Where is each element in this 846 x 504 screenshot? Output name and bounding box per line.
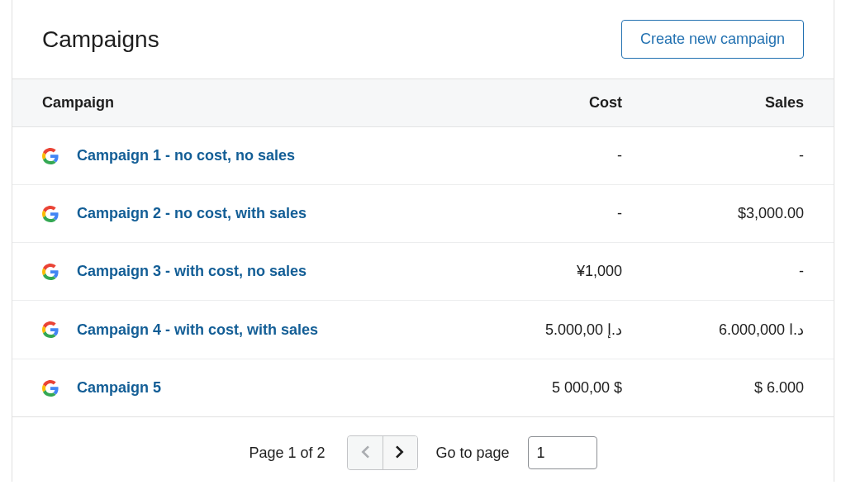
table-row: Campaign 55 000,00 $$ 6.000: [12, 359, 834, 417]
column-header-campaign: Campaign: [42, 94, 440, 112]
campaigns-panel: Campaigns Create new campaign Campaign C…: [12, 0, 834, 482]
campaign-cell: Campaign 5: [42, 379, 440, 397]
google-icon: [42, 148, 59, 164]
sales-cell: -: [622, 147, 804, 164]
sales-cell: -: [622, 263, 804, 280]
cost-cell: -: [440, 205, 622, 222]
cost-cell: 5 000,00 $: [440, 379, 622, 397]
campaign-cell: Campaign 1 - no cost, no sales: [42, 147, 440, 164]
panel-header: Campaigns Create new campaign: [12, 0, 834, 78]
chevron-left-icon: [360, 445, 370, 461]
cost-cell: 5.000,00 د.إ: [440, 321, 622, 339]
next-page-button[interactable]: [383, 436, 417, 469]
create-campaign-button[interactable]: Create new campaign: [621, 20, 804, 59]
sales-cell: 6.000,000 د.ا: [622, 321, 804, 339]
goto-page-label: Go to page: [436, 445, 510, 462]
campaign-cell: Campaign 4 - with cost, with sales: [42, 321, 440, 339]
page-title: Campaigns: [42, 26, 159, 53]
campaign-link[interactable]: Campaign 2 - no cost, with sales: [77, 205, 307, 222]
chevron-right-icon: [395, 445, 405, 461]
column-header-cost: Cost: [440, 94, 622, 112]
google-icon: [42, 380, 59, 397]
goto-page-input[interactable]: [528, 436, 597, 469]
table-header-row: Campaign Cost Sales: [12, 78, 834, 127]
prev-page-button[interactable]: [348, 436, 383, 469]
google-icon: [42, 206, 59, 222]
cost-cell: -: [440, 147, 622, 164]
page-info: Page 1 of 2: [249, 445, 325, 462]
google-icon: [42, 264, 59, 280]
sales-cell: $ 6.000: [622, 379, 804, 397]
table-row: Campaign 3 - with cost, no sales¥1,000-: [12, 243, 834, 301]
campaign-cell: Campaign 3 - with cost, no sales: [42, 263, 440, 280]
table-body: Campaign 1 - no cost, no sales--Campaign…: [12, 127, 834, 417]
table-row: Campaign 1 - no cost, no sales--: [12, 127, 834, 185]
campaign-link[interactable]: Campaign 3 - with cost, no sales: [77, 263, 307, 280]
table-row: Campaign 2 - no cost, with sales-$3,000.…: [12, 185, 834, 243]
pagination-nav-group: [347, 435, 418, 470]
cost-cell: ¥1,000: [440, 263, 622, 280]
sales-cell: $3,000.00: [622, 205, 804, 222]
pagination: Page 1 of 2 Go to page: [12, 417, 834, 470]
campaign-link[interactable]: Campaign 1 - no cost, no sales: [77, 147, 295, 164]
google-icon: [42, 321, 59, 338]
campaign-link[interactable]: Campaign 4 - with cost, with sales: [77, 321, 318, 339]
table-row: Campaign 4 - with cost, with sales5.000,…: [12, 301, 834, 359]
column-header-sales: Sales: [622, 94, 804, 112]
campaign-cell: Campaign 2 - no cost, with sales: [42, 205, 440, 222]
campaign-link[interactable]: Campaign 5: [77, 379, 161, 397]
